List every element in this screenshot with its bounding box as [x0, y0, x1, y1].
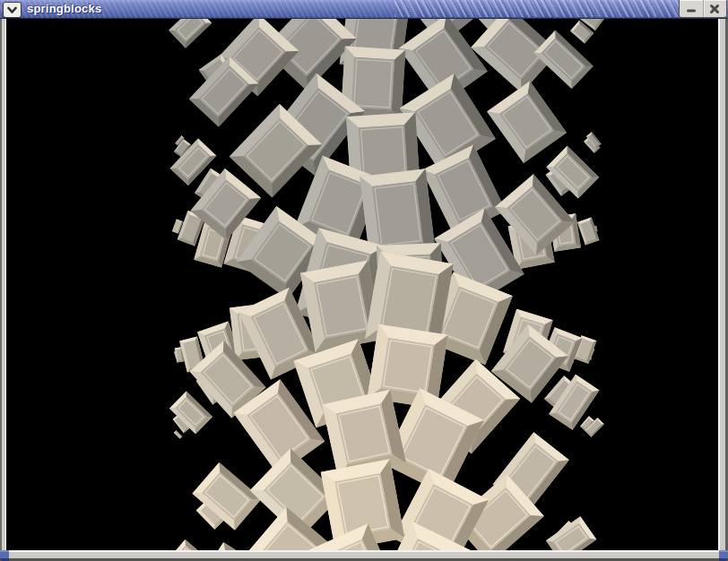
resize-corner-bottom-left[interactable]: [0, 550, 9, 561]
resize-corner-bottom-right[interactable]: [719, 550, 728, 561]
titlebar-grip-stripes: [394, 0, 680, 17]
window-controls: [679, 0, 727, 18]
titlebar[interactable]: springblocks: [0, 0, 728, 19]
window-border-bottom[interactable]: [0, 550, 728, 561]
chevron-down-icon: [7, 6, 17, 14]
springblocks-render-canvas: [6, 19, 718, 550]
window-title: springblocks: [27, 2, 101, 15]
gl-viewport: [6, 19, 718, 550]
window-border-right[interactable]: [718, 19, 728, 550]
minimize-icon: [686, 4, 697, 14]
springblocks-window: springblocks: [0, 0, 728, 561]
close-icon: [709, 4, 720, 14]
close-button[interactable]: [703, 0, 727, 17]
window-border-left[interactable]: [0, 19, 6, 550]
window-menu-button[interactable]: [3, 2, 22, 18]
minimize-button[interactable]: [680, 0, 703, 17]
titlebar-stripe-texture: [0, 0, 728, 18]
